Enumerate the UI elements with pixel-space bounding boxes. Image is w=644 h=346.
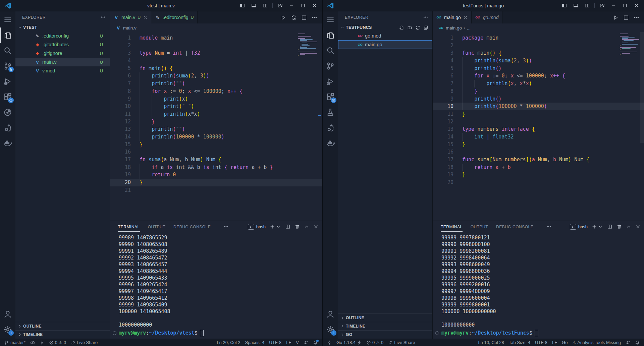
minimap[interactable] (620, 34, 639, 56)
activitybar-accounts[interactable] (323, 306, 338, 322)
status-source-control-graph[interactable] (37, 339, 47, 346)
status-notifications[interactable] (633, 339, 642, 346)
activitybar-run-debug[interactable] (323, 74, 338, 89)
collapse-all-icon[interactable] (423, 25, 428, 30)
status-language-mode[interactable]: V (293, 339, 301, 346)
trash-icon[interactable] (616, 224, 622, 229)
play-icon[interactable] (280, 15, 286, 20)
layout-panel-icon[interactable] (571, 1, 581, 10)
status-problems[interactable]: 0⚠0 (47, 339, 68, 346)
status-eol[interactable]: LF (550, 339, 559, 346)
status-problems[interactable]: 0⚠0 (364, 339, 386, 346)
maximize-icon[interactable] (298, 1, 308, 10)
status-git-branch[interactable]: master* (2, 339, 28, 346)
more-icon[interactable] (634, 15, 639, 20)
chevron-up-icon[interactable] (626, 224, 631, 229)
status-indentation[interactable]: Tab Size: 4 (506, 339, 533, 346)
breadcrumb-item[interactable]: ... (467, 25, 471, 31)
sidebar-section-timeline[interactable]: TIMELINE (15, 330, 110, 339)
activitybar-extensions[interactable] (0, 89, 15, 105)
terminal[interactable]: 99989 999780012199990 999800010099991 99… (433, 232, 644, 339)
code-editor[interactable]: 1package main23func main() {4 println(su… (433, 32, 644, 221)
status-notifications[interactable] (311, 339, 320, 346)
more-actions-icon[interactable] (546, 224, 551, 229)
panel-tab-terminal[interactable]: TERMINAL (441, 222, 463, 232)
new-file-icon[interactable] (399, 25, 404, 30)
file-row-.gitignore[interactable]: ◆.gitignoreU (15, 49, 110, 58)
activitybar-run-debug[interactable] (0, 74, 15, 89)
split-icon[interactable] (623, 15, 629, 20)
status-analysis-tools-missing[interactable]: ⚠Analysis Tools Missing (570, 339, 623, 346)
terminal[interactable]: 99989 140786552999990 140806550899991 14… (110, 232, 322, 339)
activitybar-live-share[interactable] (0, 120, 15, 135)
panel-tab-output[interactable]: OUTPUT (148, 222, 165, 232)
maximize-icon[interactable] (620, 1, 630, 10)
breadcrumb[interactable]: Vmain.v (110, 23, 322, 32)
activitybar-explorer[interactable] (323, 27, 338, 43)
activitybar-settings[interactable]: 1 (0, 322, 15, 337)
layout-sidebar-left-icon[interactable] (237, 1, 247, 10)
activitybar-menu[interactable] (0, 12, 15, 27)
tab-.editorconfig[interactable]: ✎.editorconfigU (151, 11, 197, 23)
split-icon[interactable] (301, 15, 307, 20)
layout-grid-icon[interactable] (275, 1, 285, 10)
activitybar-docker[interactable] (0, 135, 15, 151)
status-indentation[interactable]: Spaces: 4 (243, 339, 267, 346)
more-actions-icon[interactable] (100, 14, 106, 21)
activitybar-testing[interactable] (323, 105, 338, 120)
activitybar-test-explorer[interactable] (0, 105, 15, 120)
activitybar-docker[interactable] (323, 135, 338, 151)
shell-selector[interactable]: bash (570, 224, 588, 230)
breadcrumb-item[interactable]: main.v (123, 25, 137, 31)
status-feedback[interactable] (623, 339, 633, 346)
status-encoding[interactable]: UTF-8 (267, 339, 284, 346)
panel-tab-debug-console[interactable]: DEBUG CONSOLE (496, 222, 533, 232)
refresh-icon[interactable] (415, 25, 420, 30)
file-row-main.v[interactable]: Vmain.vU (15, 58, 110, 66)
new-terminal[interactable] (270, 224, 281, 229)
folder-section-header[interactable]: VTEST (15, 23, 110, 32)
chevron-up-icon[interactable] (304, 224, 309, 229)
close-icon[interactable] (143, 15, 148, 20)
layout-sidebar-left-icon[interactable] (559, 1, 569, 10)
activitybar-settings[interactable]: 1 (323, 322, 338, 337)
more-actions-icon[interactable] (423, 14, 428, 21)
terminal-cursor[interactable] (535, 330, 538, 336)
close-icon[interactable] (463, 15, 468, 20)
file-row-v.mod[interactable]: Vv.modU (15, 66, 110, 75)
new-terminal[interactable] (592, 224, 603, 229)
folder-section-header[interactable]: TESTFUNCS (338, 23, 432, 32)
status-live-share[interactable]: Live Share (386, 339, 417, 346)
activitybar-extensions[interactable] (323, 89, 338, 105)
tab-main.go[interactable]: GOmain.go (433, 11, 472, 23)
close-icon[interactable] (631, 1, 641, 10)
play-icon[interactable] (613, 15, 619, 20)
close-icon[interactable] (313, 224, 319, 229)
minimap[interactable] (298, 34, 317, 57)
status-eol[interactable]: LF (284, 339, 293, 346)
sidebar-section-timeline[interactable]: TIMELINE (338, 322, 432, 330)
activitybar-search[interactable] (0, 43, 15, 58)
breadcrumb[interactable]: GOmain.go›... (433, 23, 644, 32)
status-language-mode[interactable]: Go (559, 339, 570, 346)
new-folder-icon[interactable] (407, 25, 412, 30)
shell-selector[interactable]: bash (248, 224, 266, 230)
status-source-control-graph[interactable] (325, 339, 334, 346)
layout-sidebar-right-icon[interactable] (260, 1, 270, 10)
status-encoding[interactable]: UTF-8 (533, 339, 550, 346)
activitybar-explorer[interactable] (0, 27, 15, 43)
status-cursor-position[interactable]: Ln 20, Col 2 (214, 339, 243, 346)
status-cursor-position[interactable]: Ln 10, Col 28 (476, 339, 506, 346)
sidebar-section-outline[interactable]: OUTLINE (15, 322, 110, 330)
file-row-.gitattributes[interactable]: ◆.gitattributesU (15, 40, 110, 49)
close-icon[interactable] (309, 1, 319, 10)
activitybar-source-control[interactable]: 5 (0, 58, 15, 74)
panel-tab-output[interactable]: OUTPUT (471, 222, 488, 232)
activitybar-menu[interactable] (323, 12, 338, 27)
status-publish[interactable] (28, 339, 37, 346)
layout-sidebar-right-icon[interactable] (582, 1, 592, 10)
breadcrumb-item[interactable]: main.go (446, 25, 462, 31)
file-row-main.go[interactable]: GOmain.go (338, 40, 432, 49)
sidebar-section-go[interactable]: GO (338, 330, 432, 339)
trash-icon[interactable] (294, 224, 300, 229)
